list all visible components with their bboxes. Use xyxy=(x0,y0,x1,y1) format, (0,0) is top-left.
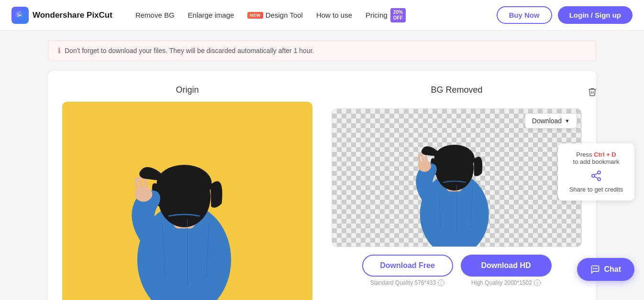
nav-how-to-use[interactable]: How to use xyxy=(316,11,352,19)
nav: Remove BG Enlarge image NEW Design Tool … xyxy=(135,8,481,22)
svg-point-24 xyxy=(593,268,595,269)
quality-labels: Standard Quality 576*433 i High Quality … xyxy=(332,279,582,286)
pricing-label: Pricing xyxy=(366,11,388,19)
share-icon xyxy=(590,170,602,182)
notice-text: Don't forget to download your files. The… xyxy=(65,47,314,54)
bookmark-widget: Press Ctrl + D to add bookmark Share to … xyxy=(558,143,634,201)
info-icon: ℹ xyxy=(58,46,61,55)
chat-button[interactable]: Chat xyxy=(577,258,634,281)
svg-point-19 xyxy=(598,171,600,174)
svg-point-21 xyxy=(598,178,600,181)
notice-banner: ℹ Don't forget to download your files. T… xyxy=(48,40,596,61)
original-panel: Origin xyxy=(62,85,312,300)
bg-removed-image-svg xyxy=(332,109,581,246)
login-button[interactable]: Login / Sign up xyxy=(558,6,633,24)
logo-icon: ✂ xyxy=(11,7,29,24)
delete-button[interactable] xyxy=(586,85,599,101)
buy-now-button[interactable]: Buy Now xyxy=(497,6,552,24)
chat-button-label: Chat xyxy=(604,265,621,274)
dropdown-chevron-icon: ▼ xyxy=(565,118,570,124)
design-tool-label: Design Tool xyxy=(266,11,303,19)
nav-enlarge-image[interactable]: Enlarge image xyxy=(188,11,234,19)
original-image xyxy=(62,102,312,300)
checkerboard-bg xyxy=(332,108,582,247)
download-free-button[interactable]: Download Free xyxy=(362,255,453,277)
download-buttons: Download Free Download HD xyxy=(332,255,582,277)
to-add-bookmark-text: to add bookmark xyxy=(566,158,627,165)
svg-point-6 xyxy=(156,165,211,202)
header: ✂ Wondershare PixCut Remove BG Enlarge i… xyxy=(0,0,644,31)
main-content: ℹ Don't forget to download your files. T… xyxy=(0,31,644,300)
new-badge: NEW xyxy=(247,12,263,19)
svg-text:✂: ✂ xyxy=(17,12,22,19)
off-badge: 20% OFF xyxy=(390,8,406,22)
svg-point-26 xyxy=(597,268,598,269)
chat-icon xyxy=(590,265,600,274)
press-label: Press xyxy=(576,151,592,158)
standard-quality-info-icon[interactable]: i xyxy=(438,279,444,286)
original-image-svg xyxy=(62,102,312,300)
svg-point-14 xyxy=(434,145,474,172)
nav-pricing[interactable]: Pricing 20% OFF xyxy=(366,8,406,22)
bg-removed-title: BG Removed xyxy=(431,85,482,95)
bg-removed-header: BG Removed xyxy=(332,85,582,102)
share-icon-container xyxy=(566,170,627,183)
svg-point-25 xyxy=(595,268,596,269)
bg-removed-image-container: Download ▼ xyxy=(332,108,582,247)
logo-text: Wondershare PixCut xyxy=(33,11,112,20)
editor-card: Origin xyxy=(48,71,596,300)
nav-remove-bg[interactable]: Remove BG xyxy=(135,11,175,19)
high-quality-label: High Quality 2000*1502 i xyxy=(461,279,552,286)
standard-quality-label: Standard Quality 576*433 i xyxy=(362,279,453,286)
ctrl-d-label: Ctrl + D xyxy=(594,151,616,158)
download-hd-button[interactable]: Download HD xyxy=(461,255,552,277)
svg-line-23 xyxy=(595,173,598,175)
logo[interactable]: ✂ Wondershare PixCut xyxy=(11,7,112,24)
bookmark-text: Press Ctrl + D xyxy=(566,151,627,158)
header-actions: Buy Now Login / Sign up xyxy=(497,6,633,24)
nav-design-tool[interactable]: NEW Design Tool xyxy=(247,11,303,19)
download-dropdown-label: Download xyxy=(532,117,562,125)
images-row: Origin xyxy=(62,85,582,300)
svg-point-20 xyxy=(592,174,595,177)
bg-removed-panel: BG Removed xyxy=(332,85,582,300)
download-dropdown[interactable]: Download ▼ xyxy=(525,113,577,129)
high-quality-info-icon[interactable]: i xyxy=(534,279,541,286)
svg-line-22 xyxy=(595,177,598,179)
origin-title: Origin xyxy=(62,85,312,95)
share-credits-text: Share to get credits xyxy=(566,186,627,193)
